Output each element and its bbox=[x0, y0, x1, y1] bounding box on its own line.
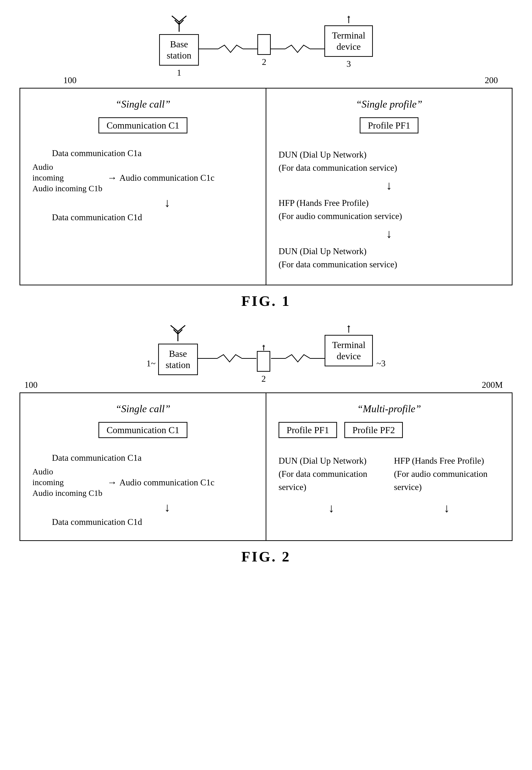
fig2-right-title: “Multi-profile” bbox=[279, 403, 500, 415]
zigzag-1-icon bbox=[218, 44, 243, 54]
fig1-right-title: “Single profile” bbox=[279, 98, 500, 110]
fig1-profile-dun-1: DUN (Dial Up Network) (For data communic… bbox=[279, 148, 500, 174]
zigzag-2-icon bbox=[285, 44, 310, 54]
fig2-relay-node: 2 bbox=[256, 344, 271, 384]
fig2-system-num-100: 100 bbox=[24, 380, 38, 390]
system-num-100: 100 bbox=[63, 75, 77, 85]
fig2-left-panel: “Single call” Communication C1 Data comm… bbox=[20, 393, 266, 540]
fig2-relay-box bbox=[257, 351, 270, 372]
fig2-comm-box: Communication C1 bbox=[98, 422, 187, 438]
fig1-left-panel: “Single call” Communication C1 Data comm… bbox=[20, 88, 266, 285]
fig1-data-c1d: Data communication C1d bbox=[52, 212, 253, 223]
fig2-antenna-icon bbox=[166, 324, 190, 344]
fig2-left-title: “Single call” bbox=[32, 403, 253, 415]
fig1-comm-box: Communication C1 bbox=[98, 117, 187, 133]
terminal-device-label: Terminal device bbox=[332, 30, 365, 52]
fig2-terminal-device-node: Terminal device bbox=[325, 324, 373, 366]
base-station-label: Base station bbox=[167, 39, 191, 60]
fig2-zigzag-2-icon bbox=[286, 353, 310, 363]
figure-2-container: 1~ Base station bbox=[19, 324, 513, 565]
antenna-icon bbox=[167, 15, 191, 34]
fig2-relay-antenna-icon bbox=[256, 344, 271, 351]
fig1-label: FIG. 1 bbox=[19, 293, 513, 310]
figure-1-container: Base station 1 2 bbox=[19, 15, 513, 310]
fig1-profile-hfp: HFP (Hands Free Profile) (For audio comm… bbox=[279, 197, 500, 223]
fig2-arrow-hfp: ↓ bbox=[394, 501, 500, 515]
base-station-node: Base station 1 bbox=[159, 15, 199, 78]
fig2-terminal-num-inline: ~3 bbox=[376, 358, 385, 369]
fig2-profile1-box: Profile PF1 bbox=[279, 422, 337, 438]
fig2-dun-text: DUN (Dial Up Network) (For data communic… bbox=[279, 454, 384, 494]
fig2-base-num-inline: 1~ bbox=[146, 358, 155, 369]
fig1-left-title: “Single call” bbox=[32, 98, 253, 110]
relay-node: 2 bbox=[257, 34, 271, 67]
fig2-relay-number: 2 bbox=[261, 374, 266, 384]
fig1-arrow-dun1: ↓ bbox=[279, 178, 500, 192]
fig2-system-num-200m: 200M bbox=[482, 380, 503, 390]
relay-box bbox=[257, 34, 271, 55]
fig1-data-c1a: Data communication C1a bbox=[52, 148, 253, 158]
fig1-content-row: “Single call” Communication C1 Data comm… bbox=[19, 88, 513, 285]
terminal-antenna-icon bbox=[341, 15, 356, 24]
fig2-arrow-down-1: ↓ bbox=[81, 501, 253, 513]
base-station-number: 1 bbox=[177, 68, 181, 78]
fig2-base-station-node: Base station bbox=[158, 324, 198, 375]
fig2-data-c1d: Data communication C1d bbox=[52, 517, 253, 527]
fig2-profile2-content: HFP (Hands Free Profile) (For audio comm… bbox=[394, 450, 500, 515]
fig1-audio-incoming-label: Audioincoming Audio incoming C1b bbox=[32, 162, 102, 194]
fig2-base-station-label: Base station bbox=[166, 349, 190, 370]
fig1-profile-dun-2: DUN (Dial Up Network) (For data communic… bbox=[279, 245, 500, 271]
fig2-hfp-text: HFP (Hands Free Profile) (For audio comm… bbox=[394, 454, 500, 494]
system-num-200: 200 bbox=[485, 75, 498, 85]
fig1-arrow-hfp: ↓ bbox=[279, 227, 500, 241]
fig2-terminal-antenna-icon bbox=[341, 324, 356, 334]
fig2-profile2-box: Profile PF2 bbox=[344, 422, 403, 438]
relay-number: 2 bbox=[262, 57, 266, 67]
fig2-base-station-box: Base station bbox=[158, 344, 198, 375]
fig2-right-panel: “Multi-profile” Profile PF1 Profile PF2 … bbox=[266, 393, 512, 540]
fig2-content-row: “Single call” Communication C1 Data comm… bbox=[19, 392, 513, 541]
fig2-terminal-device-box: Terminal device bbox=[325, 335, 373, 366]
fig2-arrow-dun: ↓ bbox=[279, 501, 384, 515]
fig2-terminal-device-label: Terminal device bbox=[332, 340, 366, 361]
fig2-zigzag-1-icon bbox=[217, 353, 242, 363]
fig2-audio-incoming-label: Audioincoming Audio incoming C1b bbox=[32, 466, 102, 499]
terminal-device-node: Terminal device 3 bbox=[324, 15, 373, 69]
base-station-box: Base station bbox=[159, 34, 199, 66]
fig2-data-c1a: Data communication C1a bbox=[52, 453, 253, 463]
fig2-audio-comm-c1c: Audio communication C1c bbox=[119, 477, 214, 487]
fig1-right-panel: “Single profile” Profile PF1 DUN (Dial U… bbox=[266, 88, 512, 285]
terminal-device-number: 3 bbox=[347, 59, 351, 69]
terminal-device-box: Terminal device bbox=[324, 25, 373, 57]
fig1-audio-comm-c1c: Audio communication C1c bbox=[119, 173, 214, 183]
fig1-profile-box: Profile PF1 bbox=[360, 117, 418, 133]
fig2-label: FIG. 2 bbox=[19, 548, 513, 565]
fig1-arrow-down-1: ↓ bbox=[81, 197, 253, 209]
fig2-profile1-content: DUN (Dial Up Network) (For data communic… bbox=[279, 450, 384, 515]
